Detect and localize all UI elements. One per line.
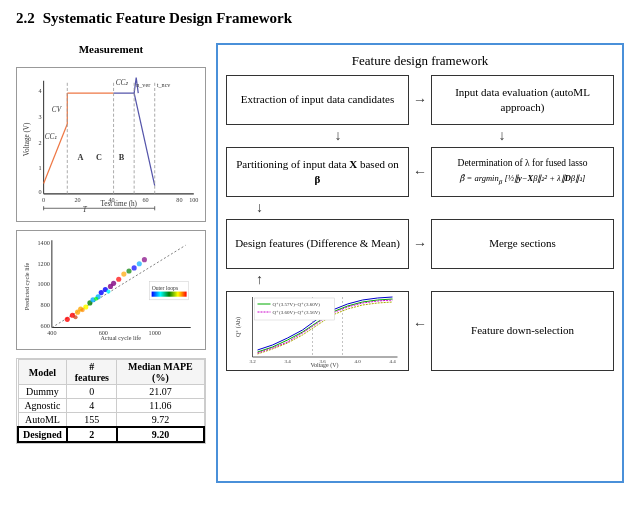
- arrow-right-2: →: [413, 236, 427, 252]
- flow-box-extraction: Extraction of input data candidates: [226, 75, 409, 125]
- flow-box-input-eval: Input data evaluation (autoML approach): [431, 75, 614, 125]
- svg-point-55: [111, 281, 116, 286]
- svg-point-57: [121, 272, 126, 277]
- svg-text:1400: 1400: [37, 240, 49, 246]
- arrow-down-2: ↓: [499, 129, 506, 143]
- svg-text:C: C: [96, 153, 102, 162]
- svg-point-62: [73, 315, 77, 319]
- svg-text:100: 100: [189, 197, 198, 203]
- flow-row-1: Extraction of input data candidates → In…: [226, 75, 614, 125]
- arrows-down-row2: ↓: [226, 201, 614, 215]
- svg-text:CV: CV: [52, 106, 63, 114]
- svg-text:t_ncv: t_ncv: [157, 82, 172, 88]
- svg-text:CC₂: CC₂: [116, 79, 130, 87]
- flow-row-4: Voltage (V) Q⁺ (Ah): [226, 291, 614, 371]
- svg-text:2: 2: [38, 140, 41, 146]
- voltage-chart: Voltage (V) Test time (h) 4 3 2 1 0 0 20…: [16, 67, 206, 222]
- svg-text:3.6: 3.6: [319, 359, 326, 364]
- model-table: Model # features Median MAPE (%) Dummy 0…: [16, 358, 206, 444]
- svg-text:4.0: 4.0: [354, 359, 361, 364]
- flow-box-downselection: Feature down-selection: [431, 291, 614, 371]
- arrow-down-1: ↓: [335, 129, 342, 143]
- svg-text:Q⁺ (Ah): Q⁺ (Ah): [235, 317, 242, 337]
- svg-rect-67: [152, 292, 187, 297]
- page-title: Systematic Feature Design Framework: [43, 10, 292, 27]
- arrows-down-row1: ↓ ↓: [226, 129, 614, 143]
- svg-text:0: 0: [38, 189, 41, 195]
- flow-box-merge: Merge sections: [431, 219, 614, 269]
- svg-text:T: T: [83, 206, 88, 214]
- svg-point-44: [65, 317, 70, 322]
- scatter-plot: Predicted cycle life Actual cycle life 1…: [16, 230, 206, 350]
- svg-point-65: [106, 290, 110, 294]
- svg-text:1000: 1000: [149, 330, 161, 336]
- svg-text:20: 20: [74, 197, 80, 203]
- table-row: Dummy 0 21.07: [18, 385, 204, 399]
- svg-text:400: 400: [47, 330, 56, 336]
- svg-point-58: [126, 268, 131, 273]
- arrow-down-4: ↑: [256, 273, 263, 287]
- arrow-left-1: ←: [413, 164, 427, 180]
- svg-text:600: 600: [99, 330, 108, 336]
- svg-text:1200: 1200: [37, 261, 49, 267]
- svg-text:Actual cycle life: Actual cycle life: [100, 335, 141, 341]
- svg-point-59: [132, 265, 137, 270]
- svg-text:4.4: 4.4: [389, 359, 396, 364]
- svg-text:Q⁺(3.57V)−Q⁺(3.60V): Q⁺(3.57V)−Q⁺(3.60V): [273, 302, 321, 307]
- table-header-features: # features: [67, 360, 117, 385]
- svg-point-56: [116, 277, 121, 282]
- svg-text:800: 800: [41, 302, 50, 308]
- page: 2.2 Systematic Feature Design Framework …: [0, 0, 640, 511]
- svg-text:60: 60: [142, 197, 148, 203]
- flow-box-fused-lasso: Determination of λ for fused lasso β̂ = …: [431, 147, 614, 197]
- table-row-highlight: Designed 2 9.20: [18, 427, 204, 442]
- left-column: Measurement Voltage (V) Test time (h) 4 …: [16, 43, 206, 483]
- svg-point-52: [99, 290, 104, 295]
- svg-text:0: 0: [42, 197, 45, 203]
- flow-row-3: Design features (Difference & Mean) → Me…: [226, 219, 614, 269]
- framework-title: Feature design framework: [226, 53, 614, 69]
- svg-text:Test time (h): Test time (h): [100, 200, 137, 208]
- arrow-right-1: →: [413, 92, 427, 108]
- section-number: 2.2: [16, 10, 35, 27]
- main-layout: Measurement Voltage (V) Test time (h) 4 …: [16, 43, 624, 483]
- svg-text:Voltage (V): Voltage (V): [23, 122, 31, 156]
- svg-text:4: 4: [38, 88, 41, 94]
- svg-text:1: 1: [38, 165, 41, 171]
- svg-text:B: B: [119, 153, 125, 162]
- svg-text:Q⁺(3.60V)−Q⁺(3.56V): Q⁺(3.60V)−Q⁺(3.56V): [273, 310, 321, 315]
- svg-text:CC₁: CC₁: [45, 133, 58, 141]
- arrow-down-3: ↓: [256, 201, 263, 215]
- svg-text:A: A: [78, 153, 84, 162]
- svg-text:3.4: 3.4: [284, 359, 291, 364]
- svg-point-61: [142, 257, 147, 262]
- svg-text:n_ver: n_ver: [136, 82, 150, 88]
- framework-panel: Feature design framework Extraction of i…: [216, 43, 624, 483]
- arrow-left-2: ←: [413, 316, 427, 332]
- flow-row-2: Partitioning of input data X based on β …: [226, 147, 614, 197]
- svg-text:600: 600: [41, 323, 50, 329]
- svg-text:3: 3: [38, 114, 41, 120]
- table-header-mape: Median MAPE (%): [117, 360, 204, 385]
- table-header-model: Model: [18, 360, 67, 385]
- svg-point-64: [94, 297, 98, 301]
- svg-text:80: 80: [176, 197, 182, 203]
- table-row: AutoML 155 9.72: [18, 413, 204, 428]
- voltage-chart-svg: Voltage (V) Test time (h) 4 3 2 1 0 0 20…: [21, 72, 201, 217]
- svg-point-60: [137, 261, 142, 266]
- svg-text:1000: 1000: [37, 281, 49, 287]
- flow-box-partitioning: Partitioning of input data X based on β: [226, 147, 409, 197]
- svg-text:Outer loops: Outer loops: [152, 285, 178, 291]
- svg-text:3.2: 3.2: [249, 359, 256, 364]
- svg-text:40: 40: [108, 197, 114, 203]
- svg-text:Predicted cycle life: Predicted cycle life: [24, 262, 30, 310]
- flow-box-design-features: Design features (Difference & Mean): [226, 219, 409, 269]
- flow-section: Extraction of input data candidates → In…: [226, 75, 614, 371]
- table-row: Agnostic 4 11.06: [18, 399, 204, 413]
- arrows-down-row3: ↑: [226, 273, 614, 287]
- svg-point-63: [81, 308, 85, 312]
- voltage-small-chart: Voltage (V) Q⁺ (Ah): [226, 291, 409, 371]
- measurement-label: Measurement: [16, 43, 206, 55]
